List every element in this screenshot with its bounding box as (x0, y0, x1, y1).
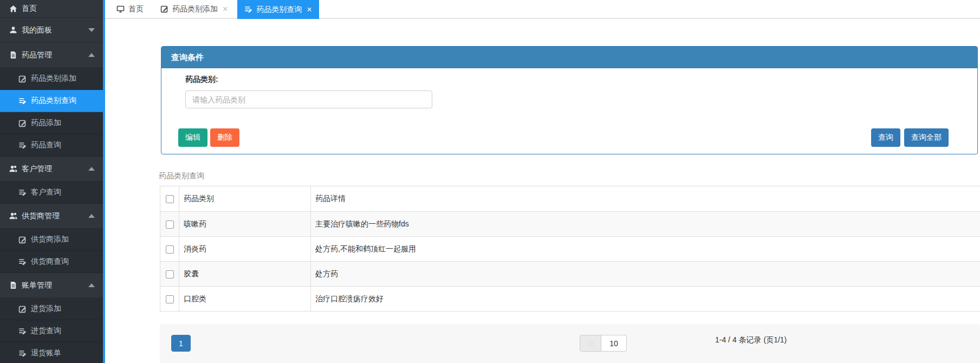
row-checkbox[interactable] (166, 221, 174, 229)
pencil-icon (18, 236, 27, 244)
page-size-selector[interactable]: 10 (580, 335, 627, 352)
close-icon[interactable]: × (223, 5, 228, 14)
sidebar-item-label: 药品添加 (31, 118, 61, 128)
sidebar-item[interactable]: 药品添加 (0, 112, 103, 134)
pencil-icon (160, 5, 168, 13)
cell-category: 咳嗽药 (179, 212, 311, 237)
sidebar-item[interactable]: 客户管理 (0, 157, 103, 182)
sidebar-item-label: 供货商查询 (31, 257, 69, 267)
chevron-icon (88, 214, 95, 218)
chevron-icon (88, 167, 95, 171)
table-row: 胶囊 处方药 (160, 262, 980, 287)
tab[interactable]: 药品类别添加 × (153, 0, 235, 18)
main-content: 查询条件 药品类别: 编辑 删除 查询 查询全部 药品类别查询 药品类别 药品详… (105, 19, 980, 363)
table-row: 消炎药 处方药,不能和鹤顶红一起服用 (160, 237, 980, 262)
sidebar-item[interactable]: 客户查询 (0, 182, 103, 204)
row-checkbox[interactable] (166, 270, 174, 278)
sidebar: 首页 我的面板 药品管理 药品类别添加 药品类别查询 药品添加 药品查询 客户管… (0, 0, 105, 363)
edit-button[interactable]: 编辑 (178, 128, 207, 147)
sidebar-item[interactable]: 账单管理 (0, 273, 103, 298)
cell-detail: 处方药 (311, 262, 980, 287)
pencil-icon (18, 305, 27, 313)
sidebar-item-label: 首页 (22, 4, 37, 14)
sidebar-item-label: 客户管理 (22, 164, 52, 174)
list-icon (18, 189, 27, 197)
row-checkbox[interactable] (166, 245, 174, 254)
tab-label: 药品类别添加 (172, 4, 218, 14)
chevron-icon (88, 28, 95, 32)
sidebar-item[interactable]: 药品管理 (0, 43, 103, 68)
sidebar-item-label: 我的面板 (22, 25, 52, 35)
tab-bar: 首页 × 药品类别添加 × 药品类别查询 × (105, 0, 980, 19)
sidebar-item-label: 进货添加 (31, 304, 61, 314)
table-row: 咳嗽药 主要治疗咳嗽的一些药物fds (160, 212, 980, 237)
header-checkbox-cell (160, 186, 179, 212)
cell-detail: 治疗口腔溃疡疗效好 (311, 287, 980, 312)
select-all-checkbox[interactable] (166, 195, 174, 203)
sidebar-item[interactable]: 药品查询 (0, 134, 103, 157)
home-icon (9, 5, 17, 13)
query-button[interactable]: 查询 (871, 128, 900, 147)
cell-category: 消炎药 (179, 237, 311, 262)
tab-label: 药品类别查询 (256, 5, 302, 15)
file-icon (9, 281, 17, 289)
query-all-button[interactable]: 查询全部 (904, 128, 949, 147)
sidebar-item-label: 客户查询 (31, 187, 61, 197)
table-header-row: 药品类别 药品详情 (160, 186, 980, 212)
list-icon (18, 327, 27, 335)
tab[interactable]: 首页 × (109, 0, 151, 18)
row-checkbox-cell (160, 237, 179, 262)
records-summary: 1-4 / 4 条记录 (页1/1) (715, 335, 787, 345)
table-row: 口腔类 治疗口腔溃疡疗效好 (160, 287, 980, 312)
row-checkbox-cell (160, 262, 179, 287)
pagination-bar: 1 10 1-4 / 4 条记录 (页1/1) (160, 324, 980, 363)
tab[interactable]: 药品类别查询 × (237, 0, 319, 19)
category-input[interactable] (185, 90, 432, 108)
list-icon (18, 141, 27, 150)
category-field-label: 药品类别: (185, 75, 218, 85)
cell-detail: 处方药,不能和鹤顶红一起服用 (311, 237, 980, 262)
monitor-icon (116, 5, 125, 13)
user-icon (9, 26, 17, 34)
pencil-icon (18, 75, 27, 83)
sidebar-item[interactable]: 进货添加 (0, 298, 103, 320)
cell-detail: 主要治疗咳嗽的一些药物fds (311, 212, 980, 237)
sidebar-item-label: 供货商管理 (22, 211, 60, 221)
sidebar-item[interactable]: 退货账单 (0, 342, 103, 363)
column-header-detail: 药品详情 (311, 186, 980, 212)
row-checkbox-cell (160, 212, 179, 237)
page-size-value[interactable]: 10 (601, 335, 627, 352)
sidebar-item-label: 账单管理 (22, 281, 52, 290)
list-icon (244, 5, 252, 14)
query-panel-body: 药品类别: 编辑 删除 查询 查询全部 (161, 68, 977, 154)
sidebar-item[interactable]: 供货商添加 (0, 229, 103, 251)
table-caption: 药品类别查询 (159, 171, 204, 181)
row-checkbox[interactable] (166, 295, 174, 303)
chevron-icon (88, 53, 95, 57)
sidebar-item-label: 药品类别查询 (31, 96, 76, 106)
sidebar-item-label: 药品管理 (22, 50, 52, 60)
sidebar-item[interactable]: 我的面板 (0, 18, 103, 43)
list-icon[interactable] (580, 335, 601, 352)
list-icon (18, 97, 27, 105)
query-panel-title: 查询条件 (171, 53, 204, 63)
sidebar-item[interactable]: 进货查询 (0, 320, 103, 342)
list-icon (18, 349, 27, 358)
sidebar-item[interactable]: 供货商查询 (0, 251, 103, 273)
sidebar-item[interactable]: 药品类别添加 (0, 68, 103, 90)
chevron-icon (88, 283, 95, 287)
sidebar-item-label: 药品查询 (31, 140, 61, 150)
page-1-button[interactable]: 1 (171, 335, 191, 352)
query-panel: 查询条件 药品类别: 编辑 删除 查询 查询全部 (161, 46, 978, 154)
pencil-icon (18, 119, 27, 127)
result-table: 药品类别 药品详情 咳嗽药 主要治疗咳嗽的一些药物fds 消炎药 处方药,不能和… (160, 186, 980, 312)
cell-category: 胶囊 (179, 262, 311, 287)
sidebar-item[interactable]: 供货商管理 (0, 204, 103, 229)
sidebar-item-label: 药品类别添加 (31, 74, 76, 83)
tab-label: 首页 (128, 4, 144, 14)
sidebar-item[interactable]: 药品类别查询 (0, 90, 103, 112)
query-panel-header: 查询条件 (161, 47, 977, 68)
delete-button[interactable]: 删除 (210, 128, 239, 147)
close-icon[interactable]: × (307, 5, 311, 14)
sidebar-item[interactable]: 首页 (0, 0, 103, 18)
